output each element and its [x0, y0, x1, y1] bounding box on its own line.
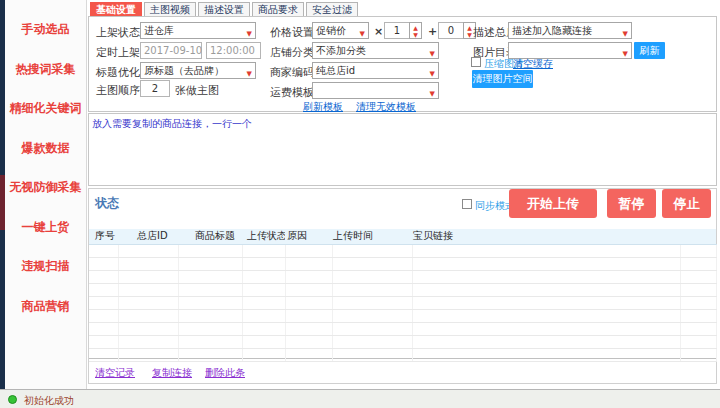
- price-multiplier-field[interactable]: 1: [384, 22, 410, 39]
- schedule-label: 定时上架: [96, 45, 140, 60]
- table-column-header: 原因: [285, 229, 332, 244]
- sidebar-item-5[interactable]: 无视防御采集: [5, 172, 86, 202]
- table-row: [89, 283, 716, 296]
- status-bar: 初始化成功: [0, 389, 720, 408]
- table-row: [89, 244, 716, 257]
- tab-5[interactable]: 安全过滤: [306, 2, 358, 17]
- refresh-image-dir-button[interactable]: 刷新: [634, 42, 665, 59]
- merchant-code-select[interactable]: 纯总店id▼: [312, 62, 439, 79]
- sync-mode-checkbox[interactable]: [462, 199, 472, 209]
- table-row: [89, 296, 716, 309]
- chevron-down-icon: ▼: [430, 47, 435, 59]
- table-row: [89, 257, 716, 270]
- status-ok-icon: [8, 395, 17, 404]
- main-image-order-label: 主图顺序: [96, 83, 140, 98]
- chevron-down-icon: ▼: [247, 67, 252, 79]
- chevron-down-icon: ▼: [623, 27, 628, 39]
- schedule-date-field[interactable]: 2017-09-10: [140, 42, 202, 59]
- table-column-header: 序号: [89, 229, 118, 244]
- table-column-header: [680, 229, 716, 244]
- table-column-header: 商品标题: [178, 229, 242, 244]
- tab-2[interactable]: 主图视频: [144, 2, 196, 17]
- sidebar-item-7[interactable]: 违规扫描: [5, 251, 86, 281]
- table-column-header: 宝贝链接: [412, 229, 680, 244]
- shipping-template-select[interactable]: ▼: [312, 82, 439, 99]
- sidebar-item-8[interactable]: 商品营销: [5, 291, 86, 321]
- title-optimize-label: 标题优化: [96, 65, 140, 80]
- shelf-status-label: 上架状态: [96, 25, 140, 40]
- upload-results-table[interactable]: 序号总店ID商品标题上传状态原因上传时间宝贝链接: [89, 229, 716, 359]
- plus-sign: +: [428, 25, 437, 38]
- chevron-down-icon: ▼: [247, 27, 252, 39]
- pause-button[interactable]: 暂停: [607, 189, 656, 218]
- clean-image-space-button[interactable]: 清理图片空间: [472, 70, 533, 88]
- chevron-down-icon: ▼: [623, 47, 628, 59]
- shipping-template-label: 运费模板: [270, 85, 314, 100]
- table-row: [89, 348, 716, 361]
- price-addend-field[interactable]: 0: [438, 22, 464, 39]
- table-row: [89, 309, 716, 322]
- table-column-header: 总店ID: [118, 229, 178, 244]
- tab-1[interactable]: 基础设置: [90, 2, 142, 17]
- tab-4[interactable]: 商品要求: [252, 2, 304, 17]
- table-column-header: 上传状态: [242, 229, 285, 244]
- refresh-template-link[interactable]: 刷新模板: [303, 100, 343, 114]
- delete-entry-link[interactable]: 删除此条: [205, 366, 245, 380]
- price-setting-label: 价格设置: [270, 25, 314, 40]
- clear-invalid-template-link[interactable]: 清理无效模板: [356, 100, 416, 114]
- table-row: [89, 335, 716, 348]
- chevron-down-icon: ▼: [430, 67, 435, 79]
- clear-records-link[interactable]: 清空记录: [95, 366, 135, 380]
- table-column-header: 上传时间: [332, 229, 412, 244]
- sidebar-item-2[interactable]: 热搜词采集: [5, 54, 86, 84]
- sidebar-item-3[interactable]: 精细化关键词: [5, 93, 86, 123]
- clear-cache-link[interactable]: 清空缓存: [513, 57, 553, 71]
- sidebar-item-4[interactable]: 爆款数据: [5, 133, 86, 163]
- paste-links-hint: 放入需要复制的商品连接，一行一个: [92, 117, 252, 131]
- multiplier-stepper[interactable]: ▲▼: [409, 22, 422, 39]
- shop-category-select[interactable]: 不添加分类▼: [312, 42, 439, 59]
- shelf-status-select[interactable]: 进仓库▼: [140, 22, 256, 39]
- sidebar-item-6[interactable]: 一键上货: [5, 212, 86, 242]
- stop-button[interactable]: 停止: [662, 189, 711, 218]
- chevron-down-icon: ▼: [360, 27, 365, 39]
- multiply-sign: ×: [374, 25, 383, 38]
- sidebar-item-1[interactable]: 手动选品: [5, 14, 86, 44]
- start-upload-button[interactable]: 开始上传: [509, 189, 597, 218]
- merchant-code-label: 商家编码: [270, 65, 314, 80]
- schedule-time-field[interactable]: 12:00:00: [206, 42, 261, 59]
- chevron-down-icon: ▼: [430, 87, 435, 99]
- tab-3[interactable]: 描述设置: [198, 2, 250, 17]
- compress-images-checkbox[interactable]: [471, 57, 481, 67]
- shop-category-label: 店铺分类: [270, 45, 314, 60]
- copy-link-link[interactable]: 复制连接: [152, 366, 192, 380]
- app-window: 手动选品热搜词采集精细化关键词爆款数据无视防御采集一键上货违规扫描商品营销 基础…: [0, 0, 720, 408]
- status-title: 状态: [95, 195, 119, 212]
- title-optimize-select[interactable]: 原标题（去品牌）▼: [140, 62, 256, 79]
- tab-bar: 基础设置主图视频描述设置商品要求安全过滤: [90, 2, 358, 17]
- status-bar-text: 初始化成功: [24, 394, 74, 408]
- price-mode-select[interactable]: 促销价▼: [312, 22, 369, 39]
- table-row: [89, 322, 716, 335]
- main-image-count-field[interactable]: 2: [140, 80, 170, 97]
- main-image-suffix: 张做主图: [175, 83, 219, 98]
- sidebar: 手动选品热搜词采集精细化关键词爆款数据无视防御采集一键上货违规扫描商品营销: [5, 0, 87, 389]
- table-row: [89, 270, 716, 283]
- desc-master-select[interactable]: 描述加入隐藏连接▼: [508, 22, 632, 39]
